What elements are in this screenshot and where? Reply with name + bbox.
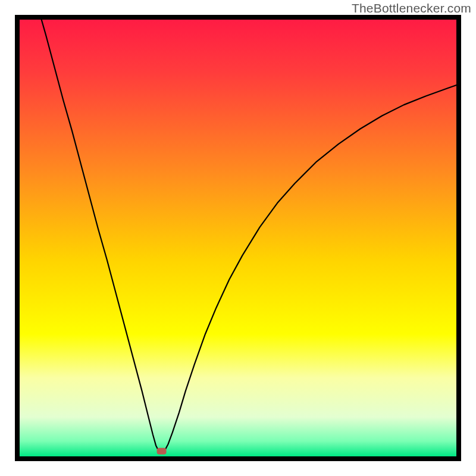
chart-svg [20,20,456,456]
watermark-label: TheBottlenecker.com [352,1,471,15]
plot-area [20,20,456,456]
optimum-marker [157,448,167,455]
gradient-background [20,20,456,456]
chart-frame [15,15,461,461]
